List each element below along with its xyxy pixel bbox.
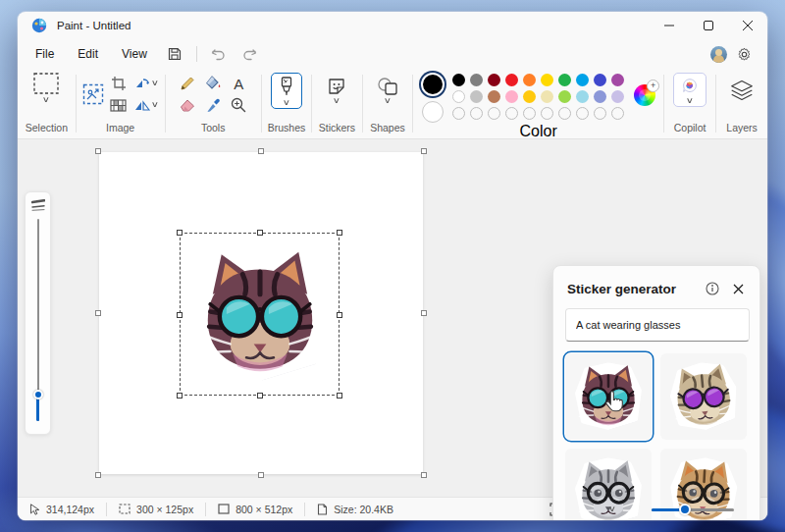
prompt-input[interactable]	[565, 308, 750, 342]
sticker-thumb-2[interactable]	[660, 353, 747, 440]
eraser-icon[interactable]	[180, 98, 195, 112]
canvas-resize-handle[interactable]	[258, 472, 264, 478]
canvas-resize-handle[interactable]	[95, 148, 101, 154]
ribbon-group-color: Color	[413, 69, 663, 138]
resize-canvas-icon[interactable]	[82, 83, 104, 105]
palette-swatch-empty[interactable]	[594, 107, 606, 120]
fill-bucket-icon[interactable]	[205, 76, 222, 91]
info-button[interactable]	[703, 279, 722, 298]
text-tool-icon[interactable]: A	[234, 76, 243, 92]
flip-button[interactable]: ∨	[134, 99, 158, 112]
palette-swatch-empty[interactable]	[470, 107, 483, 120]
slider-thumb[interactable]	[33, 390, 43, 399]
account-avatar[interactable]	[710, 46, 727, 63]
eyedropper-icon[interactable]	[206, 97, 221, 113]
settings-gear-icon[interactable]	[737, 47, 752, 62]
color1-swatch[interactable]	[421, 73, 445, 96]
selection-handle[interactable]	[177, 312, 183, 318]
palette-swatch[interactable]	[576, 90, 589, 103]
palette-swatch[interactable]	[558, 74, 571, 86]
rotate-button[interactable]: ∨	[134, 77, 158, 90]
palette-swatch-empty[interactable]	[558, 107, 571, 120]
palette-swatch[interactable]	[558, 90, 571, 103]
group-label: Selection	[26, 122, 68, 136]
crop-icon[interactable]	[111, 76, 127, 91]
close-button[interactable]	[728, 12, 767, 39]
palette-swatch-empty[interactable]	[611, 107, 624, 120]
palette-swatch[interactable]	[505, 74, 518, 86]
selection-handle[interactable]	[337, 230, 342, 236]
chevron-down-icon: ∨	[150, 102, 158, 108]
palette-swatch[interactable]	[611, 74, 624, 86]
palette-swatch[interactable]	[452, 74, 465, 86]
palette-swatch[interactable]	[576, 74, 589, 86]
copilot-button[interactable]: ∨	[673, 73, 706, 107]
palette-swatch[interactable]	[488, 90, 500, 103]
canvas-resize-handle[interactable]	[258, 148, 264, 154]
undo-icon	[211, 48, 226, 61]
selection-handle[interactable]	[177, 393, 183, 399]
palette-swatch[interactable]	[541, 74, 553, 86]
layers-button[interactable]	[722, 73, 761, 104]
selection-handle[interactable]	[337, 393, 342, 399]
palette-swatch[interactable]	[452, 90, 465, 103]
palette-swatch[interactable]	[488, 74, 500, 86]
ribbon-group-tools: A Tools	[165, 69, 260, 138]
palette-swatch-empty[interactable]	[541, 107, 553, 120]
palette-swatch[interactable]	[594, 90, 606, 103]
pencil-icon[interactable]	[180, 76, 195, 91]
palette-swatch[interactable]	[505, 90, 518, 103]
selection-box[interactable]	[180, 233, 340, 396]
zoom-slider[interactable]	[652, 504, 734, 515]
chevron-down-icon: ∨	[150, 80, 158, 86]
palette-swatch[interactable]	[470, 90, 483, 103]
canvas-resize-handle[interactable]	[421, 310, 427, 316]
canvas[interactable]	[99, 152, 423, 474]
thickness-slider[interactable]	[26, 219, 50, 427]
stickers-button[interactable]: ∨	[319, 73, 354, 107]
palette-swatch[interactable]	[611, 90, 624, 103]
color2-swatch[interactable]	[422, 101, 444, 123]
menu-view[interactable]: View	[110, 43, 159, 65]
panel-close-button[interactable]	[728, 279, 748, 298]
group-label: Color	[519, 123, 556, 140]
selection-tool-button[interactable]: ∨	[33, 73, 59, 103]
canvas-resize-handle[interactable]	[95, 310, 101, 316]
menu-file[interactable]: File	[24, 43, 66, 65]
canvas-resize-handle[interactable]	[421, 148, 427, 154]
menu-edit[interactable]: Edit	[66, 43, 110, 65]
magnifier-icon[interactable]	[231, 97, 246, 113]
sticker-thumb-1[interactable]	[565, 353, 652, 440]
selection-handle[interactable]	[177, 230, 183, 236]
palette-swatch[interactable]	[523, 90, 536, 103]
brushes-button[interactable]: ∨	[271, 73, 302, 109]
save-icon	[168, 47, 182, 61]
palette-swatch[interactable]	[523, 74, 536, 86]
slider-thumb[interactable]	[679, 504, 691, 515]
canvas-resize-handle[interactable]	[421, 472, 427, 478]
selection-handle[interactable]	[257, 393, 263, 399]
palette-swatch[interactable]	[541, 90, 553, 103]
palette-swatch-empty[interactable]	[576, 107, 589, 120]
redo-button[interactable]	[236, 43, 264, 65]
selection-handle[interactable]	[337, 312, 342, 318]
selection-handle[interactable]	[257, 230, 263, 236]
maximize-button[interactable]	[689, 12, 728, 39]
save-button[interactable]	[161, 43, 188, 65]
palette-swatch[interactable]	[470, 74, 483, 86]
undo-button[interactable]	[205, 43, 233, 65]
paint-window: Paint - Untitled File Edit View	[18, 12, 767, 520]
palette-swatch[interactable]	[594, 74, 606, 86]
palette-swatch-empty[interactable]	[505, 107, 518, 120]
edit-colors-button[interactable]	[634, 84, 655, 106]
selection-size: 300 × 125px	[136, 504, 193, 515]
canvas-resize-handle[interactable]	[95, 472, 101, 478]
palette-swatch-empty[interactable]	[452, 107, 465, 120]
palette-swatch-empty[interactable]	[488, 107, 500, 120]
flip-icon	[134, 99, 150, 112]
minimize-button[interactable]	[650, 12, 689, 39]
palette-swatch-empty[interactable]	[523, 107, 536, 120]
resize-pixels-icon[interactable]	[110, 99, 127, 112]
shapes-button[interactable]: ∨	[369, 73, 406, 107]
ribbon-group-stickers: ∨ Stickers	[312, 69, 362, 138]
